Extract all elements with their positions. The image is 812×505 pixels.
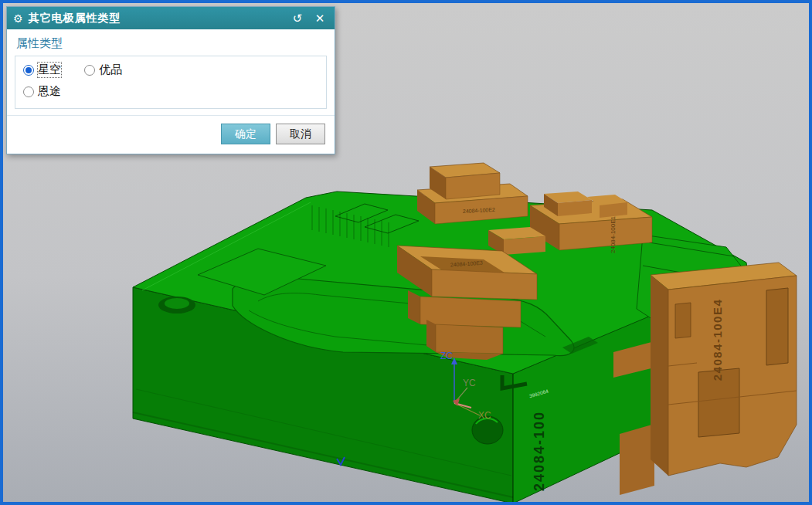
radio-label: 优品 — [99, 63, 122, 77]
axis-label-z: ZC — [440, 351, 453, 361]
reset-button[interactable]: ↺ — [289, 10, 306, 27]
radio-option-youpin[interactable]: 优品 — [84, 63, 122, 77]
cancel-button[interactable]: 取消 — [276, 124, 325, 144]
radio-dot — [84, 65, 95, 76]
app-window: 24084-100 3992064 24084-100E2 — [0, 0, 812, 505]
radio-label: 星空 — [38, 63, 61, 77]
radio-label: 恩途 — [38, 84, 61, 99]
dialog-titlebar[interactable]: ⚙ 其它电极属性类型 ↺ ✕ — [7, 7, 335, 29]
radio-option-entu[interactable]: 恩途 — [23, 84, 61, 99]
close-button[interactable]: ✕ — [311, 10, 328, 27]
gear-icon: ⚙ — [13, 12, 23, 25]
dialog-body: 属性类型 星空 优品 恩途 — [7, 29, 335, 109]
part-number-front: 24084-100 — [532, 411, 547, 491]
attribute-type-group: 星空 优品 恩途 — [15, 56, 327, 109]
dialog-title: 其它电极属性类型 — [29, 12, 284, 25]
section-title: 属性类型 — [16, 36, 327, 51]
radio-dot — [23, 86, 34, 97]
electrode-type-dialog: ⚙ 其它电极属性类型 ↺ ✕ 属性类型 星空 优品 — [6, 6, 335, 154]
electrode-plate-label: 24084-100E4 — [711, 299, 724, 381]
dialog-button-row: 确定 取消 — [7, 115, 335, 154]
axis-label-y: YC — [463, 378, 476, 388]
radio-option-xingkong[interactable]: 星空 — [23, 63, 61, 77]
electrode-label: 24084-100E1 — [610, 215, 617, 253]
ok-button[interactable]: 确定 — [221, 124, 270, 144]
radio-dot-selected — [23, 65, 34, 76]
axis-label-x: XC — [478, 410, 491, 421]
electrode-block-back[interactable]: 24084-100E2 — [417, 163, 528, 224]
